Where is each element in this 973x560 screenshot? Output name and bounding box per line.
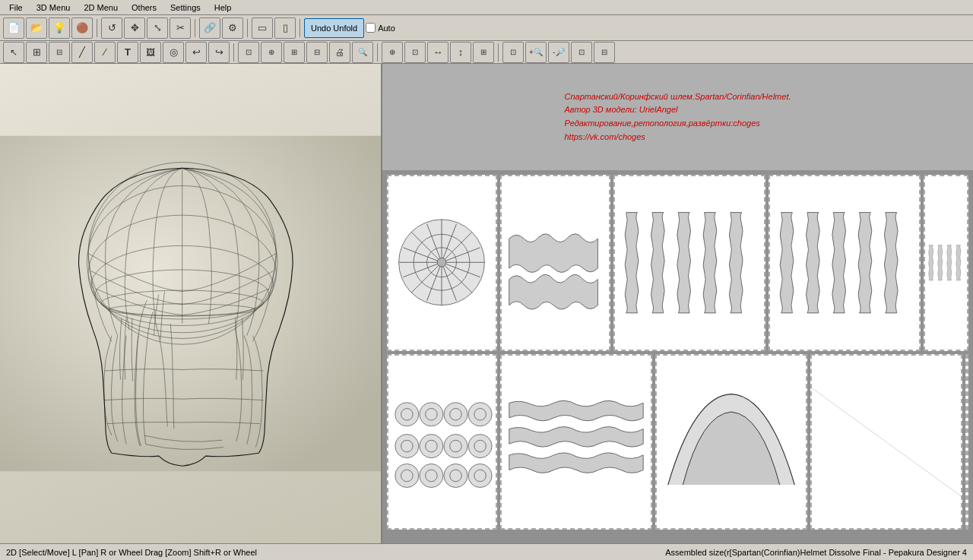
menu-others[interactable]: Others bbox=[125, 2, 163, 14]
piece-svg-1 bbox=[388, 176, 496, 350]
select-tool[interactable]: ↖ bbox=[3, 42, 24, 63]
settings-icon: ⚙ bbox=[228, 22, 237, 33]
menu-2d[interactable]: 2D Menu bbox=[78, 2, 124, 14]
menubar: File 3D Menu 2D Menu Others Settings Hel… bbox=[0, 0, 973, 15]
svg-point-40 bbox=[468, 434, 492, 457]
piece-select-tool[interactable]: ⊡ bbox=[238, 42, 259, 63]
light-icon: 💡 bbox=[53, 22, 65, 33]
piece-svg-4 bbox=[770, 176, 919, 350]
title-line2: Автор 3D модели: UrielAngel bbox=[564, 103, 791, 117]
toolbar-row1: 📄 📂 💡 🟤 ↺ ✥ ⤡ ✂ 🔗 ⚙ ▭ ▯ Undo Unfold Auto bbox=[0, 15, 973, 41]
paper-sheet-2[interactable] bbox=[500, 175, 610, 351]
cut-tool[interactable]: ╱ bbox=[71, 42, 93, 63]
join-tool[interactable]: ⊞ bbox=[473, 42, 494, 63]
undo-unfold-button[interactable]: Undo Unfold bbox=[304, 18, 364, 38]
piece-svg-7 bbox=[502, 356, 651, 529]
arrange-tool[interactable]: ⊞ bbox=[284, 42, 305, 63]
menu-help[interactable]: Help bbox=[208, 2, 238, 14]
piece-svg-2 bbox=[502, 176, 609, 350]
menu-settings[interactable]: Settings bbox=[164, 2, 207, 14]
piece-svg-8 bbox=[657, 356, 806, 529]
rotate-icon: ↺ bbox=[108, 22, 116, 33]
expand-icon: ⊡ bbox=[578, 48, 585, 56]
image-tool[interactable]: 🖼 bbox=[140, 42, 161, 63]
flip-h-tool[interactable]: ↔ bbox=[427, 42, 448, 63]
status-info: Assembled size(r[Spartan(Corinfian)Helme… bbox=[665, 548, 967, 557]
redo-2d-button[interactable]: ↪ bbox=[208, 42, 230, 63]
sep6 bbox=[377, 43, 378, 62]
menu-3d[interactable]: 3D Menu bbox=[30, 2, 77, 14]
merge-icon: 🔗 bbox=[204, 22, 216, 33]
move-2d-tool[interactable]: ⊕ bbox=[382, 42, 403, 63]
rect1-button[interactable]: ▭ bbox=[252, 17, 273, 39]
3d-piece-tool[interactable]: ◎ bbox=[163, 42, 184, 63]
rotate-button[interactable]: ↺ bbox=[101, 17, 122, 39]
rect2-button[interactable]: ▯ bbox=[274, 17, 296, 39]
move-button[interactable]: ✥ bbox=[124, 17, 145, 39]
zoom-fit-2d[interactable]: ⊡ bbox=[502, 42, 524, 63]
auto-checkbox-group: Auto bbox=[366, 23, 395, 33]
contract-tool[interactable]: ⊟ bbox=[594, 42, 615, 63]
line-tool[interactable]: ⁄ bbox=[94, 42, 116, 63]
scale-icon: ⤡ bbox=[154, 22, 162, 33]
svg-point-48 bbox=[468, 464, 492, 487]
paper-sheet-3[interactable] bbox=[613, 175, 765, 351]
new-button[interactable]: 📄 bbox=[3, 17, 24, 39]
paper-sheet-9[interactable] bbox=[810, 354, 962, 530]
cut-icon: ╱ bbox=[79, 46, 85, 58]
merge-button[interactable]: 🔗 bbox=[199, 17, 220, 39]
snap-tool[interactable]: ⊞ bbox=[26, 42, 47, 63]
flip-v-tool[interactable]: ↕ bbox=[450, 42, 471, 63]
paper-sheet-8[interactable] bbox=[655, 354, 807, 530]
texture-button[interactable]: 🟤 bbox=[71, 17, 93, 39]
split-button[interactable]: ✂ bbox=[170, 17, 191, 39]
rect1-icon: ▭ bbox=[258, 22, 267, 33]
scale-2d-tool[interactable]: ⊡ bbox=[404, 42, 426, 63]
undo-2d-button[interactable]: ↩ bbox=[185, 42, 207, 63]
arrange2-tool[interactable]: ⊟ bbox=[306, 42, 328, 63]
svg-point-28 bbox=[420, 402, 443, 426]
paper-sheet-10[interactable] bbox=[965, 354, 968, 530]
expand-tool[interactable]: ⊡ bbox=[571, 42, 592, 63]
select-icon: ↖ bbox=[10, 47, 17, 58]
open-button[interactable]: 📂 bbox=[26, 17, 47, 39]
text-tool[interactable]: T bbox=[117, 42, 138, 63]
piece-move-icon: ⊕ bbox=[268, 48, 274, 56]
sep7 bbox=[498, 43, 499, 62]
piece-svg-6 bbox=[388, 356, 496, 529]
grid-tool[interactable]: ⊟ bbox=[49, 42, 70, 63]
light-button[interactable]: 💡 bbox=[49, 17, 70, 39]
zoom-in-icon: +🔍 bbox=[529, 48, 543, 56]
paper-row-2 bbox=[387, 354, 968, 530]
paper-sheet-1[interactable] bbox=[387, 175, 497, 351]
join-icon: ⊞ bbox=[480, 48, 486, 56]
piece-move-tool[interactable]: ⊕ bbox=[261, 42, 282, 63]
statusbar: 2D [Select/Move] L [Pan] R or Wheel Drag… bbox=[0, 543, 973, 560]
contract-icon: ⊟ bbox=[601, 48, 607, 56]
svg-point-34 bbox=[395, 434, 419, 457]
paper-sheet-5[interactable] bbox=[924, 175, 968, 351]
arrange-icon: ⊞ bbox=[291, 48, 297, 56]
paper-sheet-6[interactable] bbox=[387, 354, 497, 530]
redo-icon: ↪ bbox=[215, 46, 223, 58]
scale-button[interactable]: ⤡ bbox=[147, 17, 168, 39]
line-icon: ⁄ bbox=[104, 46, 106, 58]
svg-point-38 bbox=[444, 434, 467, 457]
2d-title-area: Спартанский/Коринфский шлем.Spartan/Cori… bbox=[382, 64, 973, 170]
title-line1: Спартанский/Коринфский шлем.Spartan/Cori… bbox=[564, 90, 791, 104]
zoom-in-2d[interactable]: +🔍 bbox=[525, 42, 547, 63]
helmet-wireframe bbox=[0, 64, 381, 543]
paper-sheet-7[interactable] bbox=[500, 354, 652, 530]
settings-button[interactable]: ⚙ bbox=[222, 17, 243, 39]
print-button[interactable]: 🖨 bbox=[329, 42, 350, 63]
view-3d[interactable] bbox=[0, 64, 382, 543]
menu-file[interactable]: File bbox=[3, 2, 29, 14]
auto-checkbox[interactable] bbox=[366, 23, 376, 33]
print-preview-button[interactable]: 🔍 bbox=[352, 42, 373, 63]
paper-area[interactable] bbox=[382, 170, 973, 543]
zoom-out-2d[interactable]: -🔎 bbox=[548, 42, 569, 63]
status-hint: 2D [Select/Move] L [Pan] R or Wheel Drag… bbox=[6, 548, 650, 557]
view-2d[interactable]: Спартанский/Коринфский шлем.Spartan/Cori… bbox=[382, 64, 973, 543]
paper-sheet-4[interactable] bbox=[769, 175, 921, 351]
svg-point-26 bbox=[395, 402, 419, 426]
